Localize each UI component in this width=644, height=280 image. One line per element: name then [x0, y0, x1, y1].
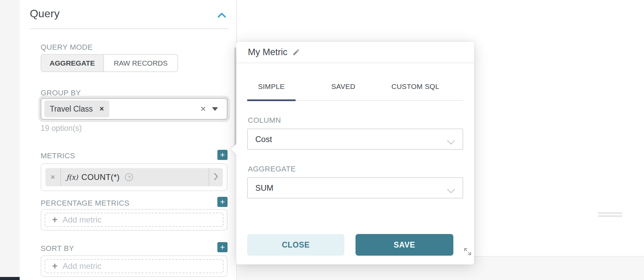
aggregate-mode-button[interactable]: AGGREGATE — [41, 55, 104, 71]
splitter-grip-line[interactable] — [598, 215, 622, 217]
chevron-up-icon — [217, 14, 226, 20]
bottom-left-dark-block — [0, 277, 20, 280]
tab-custom-sql[interactable]: CUSTOM SQL — [391, 80, 439, 101]
column-select[interactable]: Cost — [247, 129, 463, 150]
group-by-label: GROUP BY — [41, 89, 81, 97]
metric-expression: COUNT(*) — [81, 172, 120, 182]
caret-down-icon[interactable] — [212, 107, 218, 111]
group-by-options-hint: 19 option(s) — [41, 124, 82, 133]
splitter-grip-line[interactable] — [598, 212, 622, 214]
percentage-metrics-label: PERCENTAGE METRICS — [41, 199, 129, 208]
group-by-tag-label: Travel Class — [50, 104, 93, 114]
query-mode-toggle: AGGREGATE RAW RECORDS — [41, 54, 178, 72]
section-divider — [30, 28, 229, 29]
popover-footer: CLOSE SAVE — [247, 234, 463, 256]
left-rail — [0, 0, 20, 280]
clear-select-icon[interactable]: × — [200, 104, 206, 114]
metric-name: My Metric — [248, 47, 287, 57]
add-percentage-metric-button[interactable]: + — [217, 197, 228, 207]
metric-edit-popover: My Metric SIMPLE SAVED CUSTOM SQL COLUMN… — [236, 42, 474, 264]
close-button[interactable]: CLOSE — [247, 234, 344, 256]
group-by-select[interactable]: Travel Class × × — [41, 98, 228, 120]
pill-divider — [60, 168, 61, 186]
add-metric-button[interactable]: + — [217, 150, 228, 160]
popover-tabs: SIMPLE SAVED CUSTOM SQL — [247, 80, 463, 101]
plus-icon: + — [52, 215, 58, 225]
plus-icon: + — [220, 243, 225, 251]
help-icon: ? — [125, 173, 133, 181]
percentage-add-metric-dropzone[interactable]: + Add metric — [45, 213, 223, 227]
sort-add-metric-dropzone[interactable]: + Add metric — [45, 259, 223, 273]
sort-by-label: SORT BY — [41, 244, 74, 253]
collapse-section-button[interactable] — [217, 12, 226, 19]
column-label: COLUMN — [248, 116, 281, 125]
save-button[interactable]: SAVE — [356, 234, 453, 256]
group-by-tag: Travel Class × — [44, 100, 109, 117]
explore-view: Query QUERY MODE AGGREGATE RAW RECORDS G… — [0, 0, 644, 280]
sort-by-container: + Add metric — [41, 255, 228, 277]
plus-icon: + — [52, 262, 58, 271]
edit-pencil-icon[interactable] — [292, 48, 300, 56]
resize-diagonal-icon[interactable] — [463, 247, 472, 256]
tab-simple[interactable]: SIMPLE — [247, 80, 296, 101]
chevron-down-icon — [447, 137, 455, 147]
aggregate-value: SUM — [255, 183, 273, 193]
plus-icon: + — [220, 198, 225, 206]
remove-metric-icon[interactable]: × — [45, 168, 60, 186]
query-mode-label: QUERY MODE — [41, 43, 93, 52]
plus-icon: + — [220, 151, 225, 159]
fx-icon: ƒ(x) — [66, 173, 78, 181]
column-value: Cost — [255, 135, 272, 144]
remove-tag-icon[interactable]: × — [100, 105, 104, 113]
query-panel: Query QUERY MODE AGGREGATE RAW RECORDS G… — [20, 0, 236, 280]
raw-records-mode-button[interactable]: RAW RECORDS — [104, 55, 177, 71]
aggregate-select[interactable]: SUM — [247, 177, 463, 199]
metric-count-pill[interactable]: × ƒ(x) COUNT(*) ? — [45, 168, 223, 186]
percentage-metrics-container: + Add metric — [41, 209, 228, 231]
query-section-title: Query — [30, 7, 60, 20]
add-metric-placeholder: Add metric — [63, 215, 102, 225]
expand-metric-chevron[interactable] — [209, 168, 223, 186]
metrics-label: METRICS — [41, 151, 75, 160]
popover-header: My Metric — [236, 42, 474, 63]
metrics-container: × ƒ(x) COUNT(*) ? — [41, 163, 228, 191]
add-sort-metric-button[interactable]: + — [217, 242, 228, 252]
chevron-down-icon — [447, 186, 455, 195]
chevron-right-icon — [214, 173, 218, 182]
aggregate-label: AGGREGATE — [248, 165, 296, 173]
tab-saved[interactable]: SAVED — [319, 80, 368, 101]
add-metric-placeholder: Add metric — [63, 261, 102, 271]
